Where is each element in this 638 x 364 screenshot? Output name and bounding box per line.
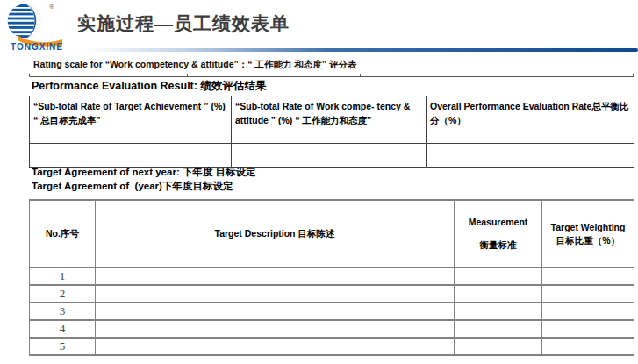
table-row: 5 [30,338,634,355]
table-row [30,144,634,168]
cell-measurement[interactable] [455,320,542,338]
target-agreement-table: No.序号 Target Description 目标陈述 Measuremen… [29,199,634,356]
row-number: 2 [30,285,96,303]
divider-stub [29,74,30,76]
cell-work-competency-value[interactable] [232,144,427,168]
header-target-description: Target Description 目标陈述 [96,200,455,268]
cell-target-achievement-value[interactable] [30,144,232,168]
brand-name: TONGXINE [4,42,70,52]
divider-stub [360,74,361,76]
table-row: 4 [30,320,634,338]
target-agreement-caption: Target Agreement of next year: 下年度 目标设定 [32,166,256,179]
cell-description[interactable] [96,268,455,285]
cell-measurement[interactable] [455,303,542,320]
table-header-row: No.序号 Target Description 目标陈述 Measuremen… [30,200,634,268]
tongxine-logo: ® TONGXINE [4,2,70,54]
table-row: 3 [30,303,634,320]
header-divider [84,48,638,52]
performance-result-table: “Sub-total Rate of Target Achievement ” … [29,96,634,168]
page-title: 实施过程—员工绩效表单 [77,11,290,36]
header-work-competency: “Sub-total Rate of Work compe- tency & a… [232,96,427,144]
cell-weighting[interactable] [542,320,634,338]
row-number: 5 [30,338,96,355]
section-divider [29,76,634,77]
header-target-weighting: Target Weighting 目标比重（%） [542,200,634,268]
cell-weighting[interactable] [542,303,634,320]
cell-measurement[interactable] [455,285,542,303]
cell-measurement[interactable] [455,268,542,285]
header-measurement-en: Measurement [458,216,538,229]
performance-result-heading: Performance Evaluation Result: 绩效评估结果 [32,79,266,94]
header-no: No.序号 [30,200,96,268]
header-overall-rate: Overall Performance Evaluation Rate总平衡比分… [427,96,634,144]
cell-weighting[interactable] [542,338,634,355]
table-header-row: “Sub-total Rate of Target Achievement ” … [30,96,634,144]
cell-description[interactable] [96,320,455,338]
cell-description[interactable] [96,338,455,355]
table-row: 2 [30,285,634,303]
cell-overall-rate-value[interactable] [427,144,634,168]
header-measurement: Measurement 衡量标准 [455,200,542,268]
cell-weighting[interactable] [542,285,634,303]
cell-measurement[interactable] [455,338,542,355]
cell-description[interactable] [96,285,455,303]
performance-form-page: ® TONGXINE 实施过程—员工绩效表单 Rating scale for … [0,0,638,364]
header-measurement-zh: 衡量标准 [458,239,538,252]
row-number: 3 [30,303,96,320]
cell-description[interactable] [96,303,455,320]
registered-trademark-icon: ® [49,3,54,11]
target-agreement-year-caption: Target Agreement of (year)下年度目标设定 [32,180,233,193]
cell-weighting[interactable] [542,268,634,285]
rating-scale-caption: Rating scale for “Work competency & atti… [33,59,357,71]
row-number: 1 [30,268,96,285]
divider-stub [633,74,634,76]
header-target-achievement: “Sub-total Rate of Target Achievement ” … [30,96,232,144]
divider-stub [187,74,188,76]
table-row: 1 [30,268,634,285]
row-number: 4 [30,320,96,338]
